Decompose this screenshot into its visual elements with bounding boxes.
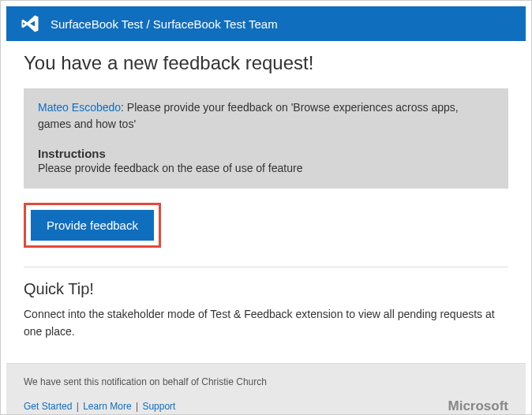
provide-feedback-button[interactable]: Provide feedback	[31, 210, 154, 241]
visual-studio-icon	[19, 13, 41, 35]
instructions-text: Please provide feedback on the ease of u…	[38, 162, 494, 174]
quicktip-text: Connect into the stakeholder mode of Tes…	[24, 306, 508, 340]
footer-links: Get Started | Learn More | Support	[24, 401, 175, 412]
divider	[24, 267, 508, 267]
request-message: Mateo Escobedo: Please provide your feed…	[38, 99, 494, 133]
footer-sent-name: Christie Church	[201, 376, 267, 387]
link-separator: |	[77, 401, 79, 412]
requester-name-link[interactable]: Mateo Escobedo	[38, 101, 121, 114]
support-link[interactable]: Support	[142, 401, 175, 412]
get-started-link[interactable]: Get Started	[24, 401, 72, 412]
request-box: Mateo Escobedo: Please provide your feed…	[24, 88, 508, 189]
provide-feedback-highlight: Provide feedback	[24, 203, 161, 248]
footer: We have sent this notification on behalf…	[6, 363, 526, 415]
instructions-heading: Instructions	[38, 147, 494, 160]
header-bar: SurfaceBook Test / SurfaceBook Test Team	[6, 6, 526, 41]
learn-more-link[interactable]: Learn More	[83, 401, 131, 412]
link-separator: |	[136, 401, 138, 412]
footer-sent-text: We have sent this notification on behalf…	[24, 376, 508, 387]
footer-sent-prefix: We have sent this notification on behalf…	[24, 376, 201, 387]
header-title: SurfaceBook Test / SurfaceBook Test Team	[51, 17, 278, 31]
microsoft-logo: Microsoft	[448, 398, 509, 414]
quicktip-heading: Quick Tip!	[24, 280, 508, 298]
page-heading: You have a new feedback request!	[24, 52, 508, 74]
